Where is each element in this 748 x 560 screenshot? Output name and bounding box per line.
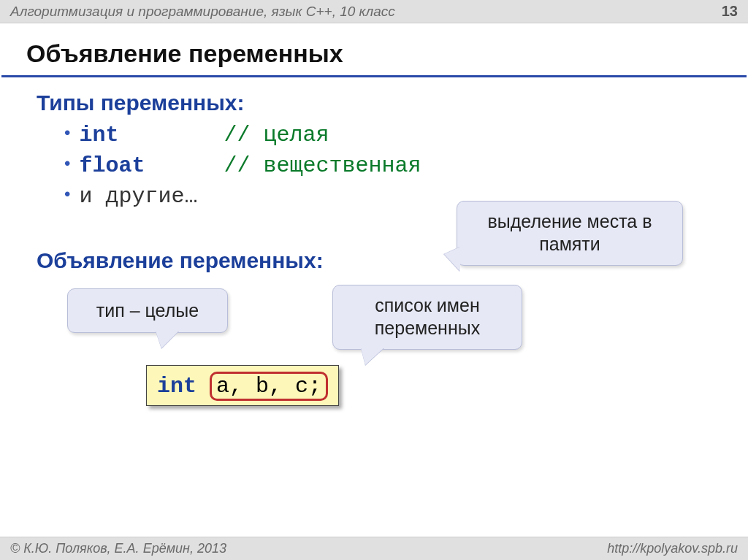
footer-copyright: © К.Ю. Поляков, Е.А. Ерёмин, 2013: [10, 541, 226, 556]
callout-tail-icon: [444, 247, 460, 272]
bullet-icon: •: [64, 185, 70, 203]
float-keyword: float: [79, 153, 145, 178]
others-text: и другие…: [79, 184, 197, 209]
code-example: int a, b, c;: [146, 365, 339, 406]
callout-tail-icon: [361, 348, 384, 365]
float-comment: // вещественная: [224, 153, 421, 178]
slide-title: Объявление переменных: [1, 23, 747, 77]
slide-header: Алгоритмизация и программирование, язык …: [0, 0, 748, 23]
int-keyword: int: [79, 123, 118, 147]
types-heading: Типы переменных:: [0, 91, 748, 115]
header-subject: Алгоритмизация и программирование, язык …: [10, 4, 395, 20]
callout-names-text: список имен переменных: [375, 295, 480, 338]
int-comment: // целая: [224, 123, 329, 147]
callout-memory: выделение места в памяти: [457, 201, 683, 266]
type-float-row: • float // вещественная: [64, 153, 748, 178]
declaration-heading: Объявление переменных:: [37, 248, 324, 273]
callout-tail-icon: [156, 331, 179, 348]
type-int-row: • int // целая: [64, 123, 748, 147]
page-number: 13: [722, 3, 738, 20]
types-list: • int // целая • float // вещественная •…: [0, 123, 748, 209]
footer-url: http://kpolyakov.spb.ru: [607, 541, 738, 556]
code-keyword: int: [157, 374, 196, 399]
bullet-icon: •: [64, 124, 70, 142]
code-vars-highlight: a, b, c;: [210, 372, 328, 401]
callout-type-text: тип – целые: [96, 300, 199, 321]
callout-memory-text: выделение места в памяти: [488, 211, 652, 254]
bullet-icon: •: [64, 155, 70, 172]
callout-type: тип – целые: [67, 288, 228, 333]
callout-names: список имен переменных: [332, 285, 522, 350]
slide-footer: © К.Ю. Поляков, Е.А. Ерёмин, 2013 http:/…: [0, 537, 748, 560]
code-vars: a, b, c;: [216, 374, 321, 399]
